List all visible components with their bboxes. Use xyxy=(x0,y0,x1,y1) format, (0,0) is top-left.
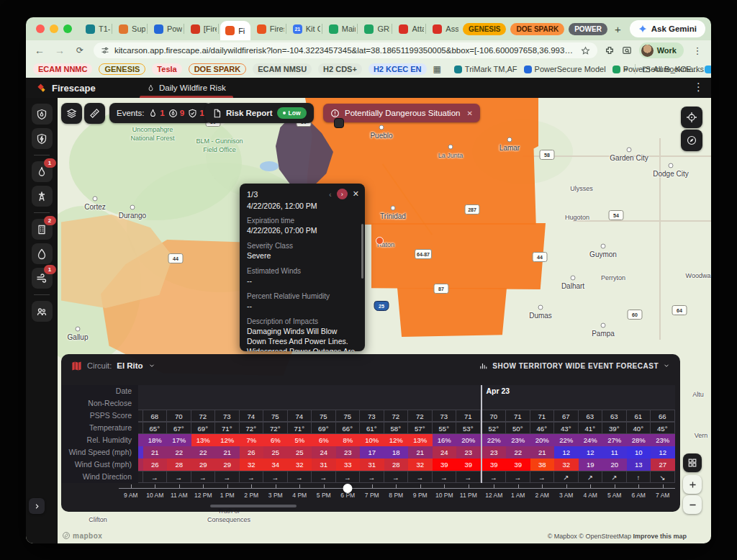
city-dot xyxy=(669,163,674,168)
app-menu-icon[interactable]: ⋮ xyxy=(693,81,704,94)
browser-tab[interactable]: [Fires xyxy=(186,17,217,40)
sidebar-flame-button[interactable]: 1 xyxy=(32,161,53,182)
map-attribution[interactable]: © Mapbox © OpenStreetMap Improve this ma… xyxy=(548,533,687,540)
bookmark-apps-grid-icon[interactable]: ▦ xyxy=(433,64,441,74)
fire-weather-warning-polygon[interactable] xyxy=(397,288,507,337)
browser-tab[interactable]: GRIP xyxy=(359,17,390,40)
sidebar-wind-button[interactable]: 1 xyxy=(32,268,53,289)
extensions-icon[interactable] xyxy=(605,45,615,55)
temperature-cell: 53° xyxy=(456,422,481,434)
browser-menu-icon[interactable]: ⋮ xyxy=(691,45,704,56)
sidebar-expand-button[interactable] xyxy=(29,498,45,514)
tab-group-genesis[interactable]: GENESIS xyxy=(463,23,506,35)
url-text[interactable]: kitcarson.app.firescape.ai/dailywildfire… xyxy=(114,46,576,55)
ask-gemini-button[interactable]: Ask Gemini xyxy=(630,20,705,37)
sidebar-tower-button[interactable] xyxy=(32,186,53,207)
all-bookmarks-button[interactable]: All Bookmarks xyxy=(642,65,704,73)
minimize-window-button[interactable] xyxy=(50,24,58,33)
bookmark-item[interactable]: ECAM NNMC xyxy=(33,63,92,75)
bookmark-item[interactable]: Tesla xyxy=(152,63,181,75)
timeline-track[interactable] xyxy=(119,488,675,489)
tab-group-power[interactable]: POWER xyxy=(569,23,607,35)
event-detail-popup[interactable]: 1/3 ‹ › ✕ 4/22/2026, 12:00 PM Expiration… xyxy=(240,184,365,351)
locate-button[interactable] xyxy=(681,107,702,128)
map-canvas[interactable]: Uncompahgre National ForestBLM - Gunniso… xyxy=(26,98,711,543)
bookmark-item[interactable]: PowerSecure Model xyxy=(524,65,606,73)
compass-button[interactable] xyxy=(681,130,702,151)
fire-weather-warning-polygon[interactable] xyxy=(371,223,546,289)
browser-tab[interactable]: Power xyxy=(149,17,182,40)
events-summary[interactable]: Events: 191 xyxy=(109,103,212,123)
bookmark-item[interactable]: DOE SPARK xyxy=(189,63,247,75)
popup-scrollbar[interactable] xyxy=(361,224,363,279)
site-settings-icon[interactable] xyxy=(101,46,109,55)
tab-favicon-icon xyxy=(154,24,163,34)
time-slider-handle[interactable] xyxy=(343,484,353,493)
sidebar-building-button[interactable]: 2 xyxy=(32,219,53,240)
address-bar[interactable]: kitcarson.app.firescape.ai/dailywildfire… xyxy=(94,42,597,58)
improve-map-link[interactable]: Improve this map xyxy=(633,533,687,540)
browser-tab[interactable]: Firesc xyxy=(252,17,284,40)
bookmark-item[interactable]: TriMark TM,AF xyxy=(454,65,517,73)
browser-tab[interactable]: Mains xyxy=(324,17,356,40)
layers-button[interactable] xyxy=(61,103,82,124)
timeline-time-label: 12 PM xyxy=(194,492,212,499)
humidity-cell: 13% xyxy=(191,434,216,446)
chevron-down-icon[interactable] xyxy=(148,362,155,369)
zoom-window-button[interactable] xyxy=(63,24,72,33)
city-dot xyxy=(93,197,98,202)
forward-icon[interactable]: → xyxy=(53,45,66,56)
browser-tab[interactable]: Suppl xyxy=(114,17,145,40)
zoom-in-button[interactable] xyxy=(683,475,702,494)
territory-forecast-button[interactable]: SHOW TERRITORY WIDE EVENT FORECAST xyxy=(479,361,670,370)
popup-close-icon[interactable]: ✕ xyxy=(353,189,359,199)
circuit-value[interactable]: El Rito xyxy=(117,361,143,370)
bookmarks-overflow-chevron[interactable]: » xyxy=(623,64,628,74)
wind-speed-cell: 22 xyxy=(167,446,191,459)
wind-direction-cell: ↘ xyxy=(651,471,675,483)
bookmark-item[interactable]: Home - OneDrive xyxy=(705,65,711,73)
humidity-cell: 5% xyxy=(288,434,312,446)
popup-next-icon[interactable]: › xyxy=(337,189,348,199)
tab-daily-wildfire-risk[interactable]: Daily Wildfire Risk xyxy=(140,78,233,98)
timeline-time-label: 1 AM xyxy=(511,492,525,499)
panel-scrollbar[interactable] xyxy=(210,505,297,507)
reload-icon[interactable]: ⟳ xyxy=(73,45,86,55)
sidebar-droplet-button[interactable] xyxy=(32,243,53,264)
sidebar-shield-flame-button[interactable] xyxy=(32,104,53,125)
zoom-out-button[interactable] xyxy=(683,495,702,514)
bookmark-item[interactable]: H2 CDS+ xyxy=(318,63,362,75)
side-panel-search-icon[interactable] xyxy=(622,45,632,55)
browser-tab[interactable]: Attac xyxy=(394,17,424,40)
risk-report-button[interactable]: Risk Report Low xyxy=(205,103,314,123)
grid-view-button[interactable] xyxy=(683,453,702,472)
profile-chip[interactable]: Work xyxy=(639,42,684,58)
fire-marker[interactable] xyxy=(376,237,384,245)
timeline-time-label: 2 AM xyxy=(535,492,549,499)
event-marker[interactable] xyxy=(334,118,344,128)
humidity-cell: 16% xyxy=(433,434,457,446)
measure-button[interactable] xyxy=(84,103,105,124)
temperature-cell: 57° xyxy=(408,422,433,434)
browser-tab-active[interactable]: Fi✕ xyxy=(220,21,250,40)
bookmark-item[interactable]: H2 KCEC EN xyxy=(368,63,427,75)
bookmark-label: DOE SPARK xyxy=(194,65,241,73)
back-icon[interactable]: ← xyxy=(33,45,46,56)
sidebar-people-button[interactable] xyxy=(32,301,53,322)
tab-group-doe-spark[interactable]: DOE SPARK xyxy=(510,23,564,35)
temperature-cell: 67° xyxy=(167,422,191,434)
sidebar-shield-bolt-button[interactable] xyxy=(32,128,53,149)
event-count-value: 9 xyxy=(180,109,184,117)
window-controls[interactable] xyxy=(36,24,72,33)
popup-prev-icon[interactable]: ‹ xyxy=(329,190,332,199)
new-tab-button[interactable]: + xyxy=(609,23,627,35)
bookmark-item[interactable]: ECAM NMSU xyxy=(253,63,312,75)
bookmark-star-icon[interactable] xyxy=(581,46,590,55)
bookmark-item[interactable]: GENESIS xyxy=(99,63,145,75)
browser-tab[interactable]: Assis xyxy=(428,17,458,40)
close-window-button[interactable] xyxy=(36,24,45,33)
pds-banner-close-icon[interactable]: ✕ xyxy=(466,109,472,117)
pds-alert-banner[interactable]: Potentially Dangerous Situation ✕ xyxy=(323,104,480,122)
browser-tab[interactable]: T1-S xyxy=(81,17,110,40)
browser-tab[interactable]: 21Kit Ca xyxy=(288,17,320,40)
